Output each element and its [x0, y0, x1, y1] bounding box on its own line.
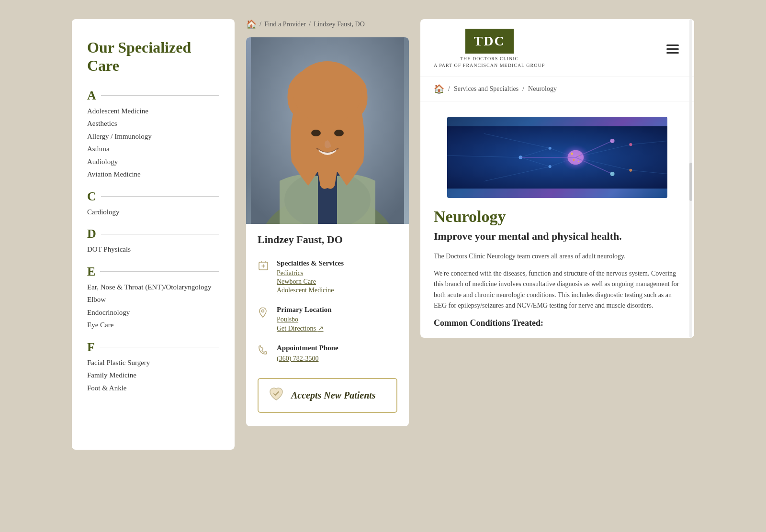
phone-number[interactable]: (360) 782-3500 [277, 355, 319, 362]
svg-point-33 [578, 161, 579, 162]
tdc-logo: TDC The Doctors Clinic A Part of Francis… [434, 29, 545, 69]
breadcrumb-separator: / [259, 21, 261, 28]
alpha-items-a: Adolescent MedicineAestheticsAllergy / I… [87, 106, 219, 180]
specialties-section: Specialties & Services PediatricsNewborn… [246, 254, 409, 300]
specialty-link[interactable]: Asthma [87, 144, 219, 155]
svg-point-32 [573, 159, 575, 161]
provider-card: Lindzey Faust, DO Specialties & Services… [246, 37, 409, 426]
phone-title: Appointment Phone [277, 344, 338, 352]
specialty-item-link[interactable]: Pediatrics [277, 269, 344, 277]
specialty-item-link[interactable]: Newborn Care [277, 278, 344, 286]
tdc-logo-box: TDC [465, 29, 514, 54]
neurology-title: Neurology [434, 208, 681, 226]
specialty-link[interactable]: DOT Physicals [87, 244, 219, 255]
scrollbar-track[interactable] [689, 19, 692, 338]
breadcrumb: 🏠 / Find a Provider / Lindzey Faust, DO [246, 19, 409, 30]
specialty-link[interactable]: Audiology [87, 156, 219, 167]
svg-point-30 [571, 153, 573, 155]
svg-point-6 [293, 61, 362, 123]
specialties-title: Specialties & Services [277, 259, 344, 267]
right-header: TDC The Doctors Clinic A Part of Francis… [420, 19, 694, 77]
svg-point-38 [610, 172, 614, 176]
right-breadcrumb-sep2: / [522, 85, 524, 93]
middle-panel: 🏠 / Find a Provider / Lindzey Faust, DO [246, 19, 409, 426]
neurology-image-wrapper [420, 101, 694, 198]
specialty-link[interactable]: Facial Plastic Surgery [87, 357, 219, 368]
neurology-desc2: We're concerned with the diseases, funct… [434, 268, 681, 311]
location-title: Primary Location [277, 306, 332, 314]
alpha-letter-f: F [87, 340, 219, 355]
alpha-section-f: FFacial Plastic SurgeryFamily MedicineFo… [87, 340, 219, 394]
accepts-new-patients-banner: Accepts New Patients [258, 378, 397, 413]
svg-point-37 [610, 139, 614, 143]
specialty-link[interactable]: Aviation Medicine [87, 169, 219, 180]
svg-point-26 [629, 143, 632, 146]
right-breadcrumb-sep1: / [448, 85, 450, 93]
right-panel: TDC The Doctors Clinic A Part of Francis… [420, 19, 694, 338]
phone-icon [258, 345, 270, 358]
alpha-letter-d: D [87, 227, 219, 241]
svg-point-7 [311, 130, 321, 136]
specialty-link[interactable]: Foot & Ankle [87, 383, 219, 394]
breadcrumb-find-provider[interactable]: Find a Provider [264, 21, 306, 28]
neurology-desc1: The Doctors Clinic Neurology team covers… [434, 251, 681, 262]
svg-point-24 [549, 147, 552, 150]
alpha-items-e: Ear, Nose & Throat (ENT)/OtolaryngologyE… [87, 282, 219, 331]
location-section: Primary Location Poulsbo Get Directions … [246, 300, 409, 338]
specialties-content: Specialties & Services PediatricsNewborn… [277, 259, 344, 294]
svg-point-10 [262, 310, 264, 312]
right-home-icon[interactable]: 🏠 [434, 84, 444, 94]
specialties-links: PediatricsNewborn CareAdolescent Medicin… [277, 269, 344, 294]
external-link-icon: ↗ [318, 325, 324, 332]
get-directions-link[interactable]: Get Directions ↗ [277, 324, 332, 332]
specialty-link[interactable]: Endocrinology [87, 307, 219, 318]
specialty-link[interactable]: Elbow [87, 294, 219, 305]
alpha-letter-a: A [87, 89, 219, 103]
specialty-link[interactable]: Cardiology [87, 207, 219, 218]
breadcrumb-provider-name: Lindzey Faust, DO [314, 21, 365, 28]
home-icon[interactable]: 🏠 [246, 19, 257, 30]
specialty-item-link[interactable]: Adolescent Medicine [277, 287, 344, 294]
alpha-items-d: DOT Physicals [87, 244, 219, 255]
specialty-link[interactable]: Ear, Nose & Throat (ENT)/Otolaryngology [87, 282, 219, 293]
alpha-items-c: Cardiology [87, 207, 219, 218]
left-panel: Our Specialized Care AAdolescent Medicin… [72, 19, 235, 450]
specialty-link[interactable]: Family Medicine [87, 370, 219, 381]
alpha-letter-c: C [87, 189, 219, 204]
alpha-letter-e: E [87, 265, 219, 279]
scrollbar-thumb[interactable] [689, 163, 692, 201]
neurology-image [447, 117, 667, 198]
location-links: Poulsbo Get Directions ↗ [277, 316, 332, 332]
neurology-common-title: Common Conditions Treated: [434, 318, 681, 328]
specialty-link[interactable]: Eye Care [87, 320, 219, 331]
location-icon [258, 307, 270, 321]
tdc-logo-line1: The Doctors Clinic A Part of Franciscan … [434, 55, 545, 69]
svg-point-27 [629, 169, 632, 172]
neurology-subtitle: Improve your mental and physical health. [434, 230, 681, 244]
alpha-items-f: Facial Plastic SurgeryFamily MedicineFoo… [87, 357, 219, 394]
alpha-section-c: CCardiology [87, 189, 219, 218]
specialty-link[interactable]: Adolescent Medicine [87, 106, 219, 117]
specialty-link[interactable]: Aesthetics [87, 118, 219, 129]
right-breadcrumb: 🏠 / Services and Specialties / Neurology [420, 77, 694, 101]
accepts-text: Accepts New Patients [291, 390, 376, 401]
right-content: Neurology Improve your mental and physic… [420, 198, 694, 338]
specialty-link[interactable]: Allergy / Immunology [87, 131, 219, 142]
breadcrumb-separator2: / [309, 21, 311, 28]
accepts-icon [268, 387, 284, 404]
page-title: Our Specialized Care [87, 38, 219, 75]
alpha-section-a: AAdolescent MedicineAestheticsAllergy / … [87, 89, 219, 180]
svg-point-25 [549, 165, 552, 168]
provider-name: Lindzey Faust, DO [246, 224, 409, 254]
alpha-section-d: DDOT Physicals [87, 227, 219, 255]
specialties-icon [258, 260, 270, 275]
location-name[interactable]: Poulsbo [277, 316, 332, 323]
right-breadcrumb-specialty: Neurology [528, 85, 557, 93]
location-content: Primary Location Poulsbo Get Directions … [277, 306, 332, 332]
hamburger-menu-button[interactable] [665, 43, 681, 55]
phone-content: Appointment Phone (360) 782-3500 [277, 344, 338, 363]
right-breadcrumb-services[interactable]: Services and Specialties [454, 85, 518, 93]
phone-section: Appointment Phone (360) 782-3500 [246, 338, 409, 368]
alpha-section-e: EEar, Nose & Throat (ENT)/Otolaryngology… [87, 265, 219, 331]
svg-point-8 [334, 130, 344, 136]
